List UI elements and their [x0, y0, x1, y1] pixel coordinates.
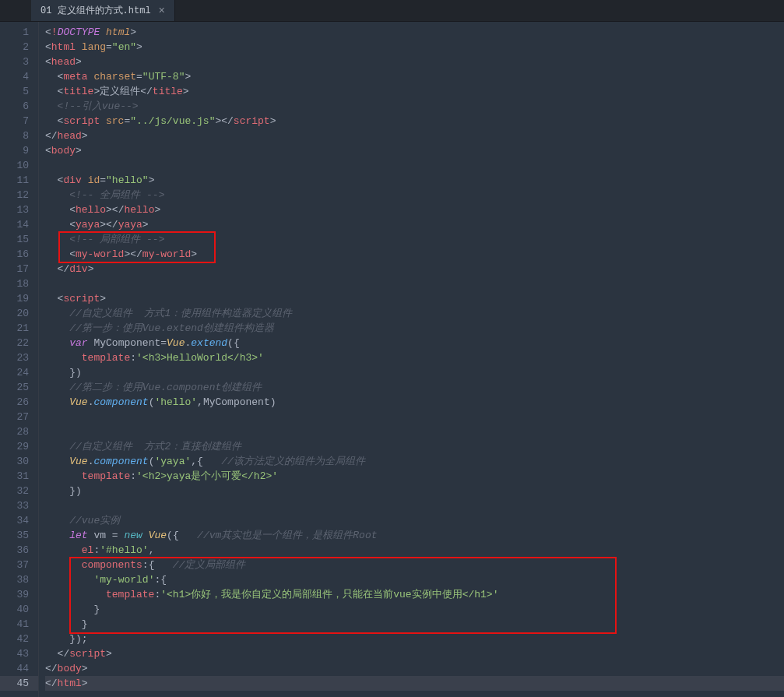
code-line[interactable]: <!-- 全局组件 -->: [45, 188, 784, 202]
code-line[interactable]: </html>: [45, 676, 784, 691]
line-number: 15: [0, 232, 29, 247]
line-number: 44: [0, 661, 29, 676]
code-line[interactable]: }): [45, 365, 784, 380]
code-line[interactable]: Vue.component('hello',MyComponent): [45, 395, 784, 410]
line-number: 32: [0, 484, 29, 498]
line-number: 16: [0, 247, 29, 262]
code-line[interactable]: </head>: [45, 128, 784, 143]
line-number: 22: [0, 336, 29, 350]
code-area[interactable]: <!DOCTYPE html><html lang="en"><head> <m…: [39, 22, 784, 697]
code-line[interactable]: }: [45, 602, 784, 617]
line-number: 28: [0, 424, 29, 439]
code-line[interactable]: </div>: [45, 262, 784, 276]
line-number: 43: [0, 646, 29, 661]
line-number: 18: [0, 276, 29, 291]
line-number: 27: [0, 410, 29, 424]
code-line[interactable]: <meta charset="UTF-8">: [45, 69, 784, 84]
line-number: 5: [0, 84, 29, 99]
code-line[interactable]: //自定义组件 方式2：直接创建组件: [45, 439, 784, 454]
line-number: 3: [0, 55, 29, 69]
code-line[interactable]: <title>定义组件</title>: [45, 84, 784, 99]
line-number: 37: [0, 558, 29, 572]
line-number: 11: [0, 173, 29, 188]
line-number: 7: [0, 114, 29, 128]
code-line[interactable]: 'my-world':{: [45, 572, 784, 587]
code-line[interactable]: </body>: [45, 661, 784, 676]
code-line[interactable]: template:'<h1>你好，我是你自定义的局部组件，只能在当前vue实例中…: [45, 587, 784, 602]
line-number: 31: [0, 469, 29, 484]
file-tab-title: 01 定义组件的方式.html: [40, 4, 151, 17]
line-number: 39: [0, 587, 29, 602]
line-number-gutter: 1234567891011121314151617181920212223242…: [0, 22, 39, 697]
line-number: 30: [0, 454, 29, 469]
line-number: 42: [0, 632, 29, 646]
code-line[interactable]: //第二步：使用Vue.component创建组件: [45, 380, 784, 395]
code-line[interactable]: [45, 410, 784, 424]
code-line[interactable]: var MyComponent=Vue.extend({: [45, 336, 784, 350]
code-line[interactable]: let vm = new Vue({ //vm其实也是一个组件，是根组件Root: [45, 528, 784, 543]
line-number: 14: [0, 217, 29, 232]
code-line[interactable]: <hello></hello>: [45, 202, 784, 217]
line-number: 13: [0, 202, 29, 217]
line-number: 36: [0, 543, 29, 558]
code-line[interactable]: [45, 158, 784, 173]
line-number: 40: [0, 602, 29, 617]
code-line[interactable]: <!-- 局部组件 -->: [45, 232, 784, 247]
line-number: 17: [0, 262, 29, 276]
code-line[interactable]: <my-world></my-world>: [45, 247, 784, 262]
code-line[interactable]: [45, 498, 784, 513]
code-line[interactable]: template:'<h3>HelloWorld</h3>': [45, 350, 784, 365]
line-number: 4: [0, 69, 29, 84]
code-line[interactable]: <div id="hello">: [45, 173, 784, 188]
editor: 1234567891011121314151617181920212223242…: [0, 22, 784, 697]
code-line[interactable]: }: [45, 617, 784, 632]
line-number: 2: [0, 40, 29, 55]
line-number: 12: [0, 188, 29, 202]
tab-bar-gutter-gap: [0, 0, 31, 21]
line-number: 26: [0, 395, 29, 410]
code-line[interactable]: components:{ //定义局部组件: [45, 558, 784, 572]
tab-bar: 01 定义组件的方式.html ×: [0, 0, 784, 22]
code-line[interactable]: //vue实例: [45, 513, 784, 528]
code-line[interactable]: </script>: [45, 646, 784, 661]
code-line[interactable]: <script>: [45, 291, 784, 306]
line-number: 1: [0, 25, 29, 40]
code-line[interactable]: el:'#hello',: [45, 543, 784, 558]
line-number: 33: [0, 498, 29, 513]
line-number: 6: [0, 99, 29, 114]
code-line[interactable]: }): [45, 484, 784, 498]
code-line[interactable]: <head>: [45, 55, 784, 69]
code-line[interactable]: //自定义组件 方式1：使用组件构造器定义组件: [45, 306, 784, 321]
line-number: 21: [0, 321, 29, 336]
line-number: 20: [0, 306, 29, 321]
file-tab[interactable]: 01 定义组件的方式.html ×: [31, 0, 175, 21]
line-number: 10: [0, 158, 29, 173]
code-line[interactable]: <html lang="en">: [45, 40, 784, 55]
code-line[interactable]: <!--引入vue-->: [45, 99, 784, 114]
line-number: 41: [0, 617, 29, 632]
line-number: 38: [0, 572, 29, 587]
code-line[interactable]: <!DOCTYPE html>: [45, 25, 784, 40]
code-line[interactable]: [45, 276, 784, 291]
line-number: 45: [0, 676, 38, 691]
close-icon[interactable]: ×: [159, 5, 165, 17]
line-number: 23: [0, 350, 29, 365]
code-line[interactable]: <body>: [45, 143, 784, 158]
line-number: 25: [0, 380, 29, 395]
line-number: 34: [0, 513, 29, 528]
code-line[interactable]: //第一步：使用Vue.extend创建组件构造器: [45, 321, 784, 336]
line-number: 35: [0, 528, 29, 543]
code-line[interactable]: <yaya></yaya>: [45, 217, 784, 232]
code-line[interactable]: [45, 424, 784, 439]
line-number: 24: [0, 365, 29, 380]
code-line[interactable]: template:'<h2>yaya是个小可爱</h2>': [45, 469, 784, 484]
code-line[interactable]: });: [45, 632, 784, 646]
code-line[interactable]: Vue.component('yaya',{ //该方法定义的组件为全局组件: [45, 454, 784, 469]
line-number: 29: [0, 439, 29, 454]
line-number: 9: [0, 143, 29, 158]
line-number: 8: [0, 128, 29, 143]
code-line[interactable]: <script src="../js/vue.js"></script>: [45, 114, 784, 128]
line-number: 19: [0, 291, 29, 306]
